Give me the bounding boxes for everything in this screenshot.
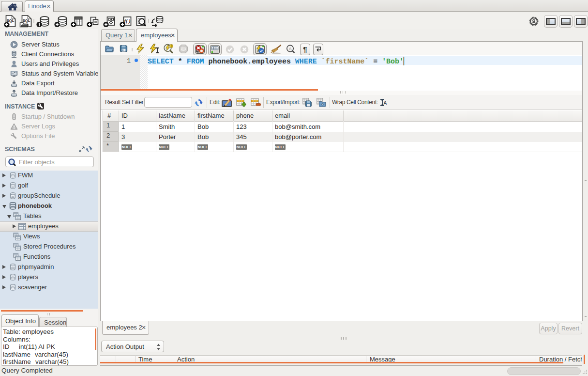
svg-text:SQL: SQL	[7, 18, 15, 23]
svg-text:f( ): f( )	[124, 18, 131, 24]
svg-text:A: A	[384, 100, 387, 106]
svg-text:A: A	[289, 46, 292, 51]
svg-text:SQL: SQL	[23, 18, 30, 23]
